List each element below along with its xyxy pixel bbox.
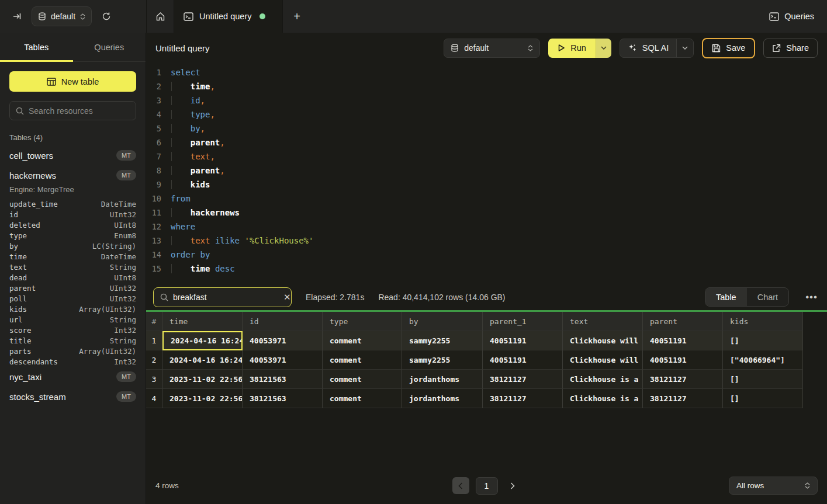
table-cell[interactable]: comment xyxy=(323,389,402,408)
results-header-row: #timeidtypebyparent_1textparentkids xyxy=(146,312,803,331)
sidebar-table-hackernews[interactable]: hackernewsMT xyxy=(0,165,146,185)
table-cell[interactable]: 38121127 xyxy=(483,370,563,389)
table-cell[interactable]: Clickhouse will … xyxy=(563,350,643,370)
sql-ai-button[interactable]: SQL AI xyxy=(620,43,676,53)
table-cell[interactable]: comment xyxy=(323,331,402,350)
view-tab-table[interactable]: Table xyxy=(705,288,747,306)
table-cell[interactable]: [] xyxy=(723,331,803,350)
table-column-row: typeEnum8 xyxy=(0,230,146,241)
table-row[interactable]: 32023-11-02 22:56…38121563commentjordant… xyxy=(146,370,803,389)
sidebar-table-nyc_taxi[interactable]: nyc_taxiMT xyxy=(0,367,146,387)
resource-search[interactable] xyxy=(9,101,136,120)
engine-badge: MT xyxy=(116,371,136,382)
table-cell[interactable]: ["40066964"] xyxy=(723,350,803,370)
table-cell[interactable]: [] xyxy=(723,389,803,408)
sidebar-table-cell_towers[interactable]: cell_towersMT xyxy=(0,145,146,165)
results-search-input[interactable] xyxy=(173,293,279,302)
home-button[interactable] xyxy=(147,0,174,33)
prev-page-button[interactable] xyxy=(452,477,469,494)
line-number: 8 xyxy=(146,166,161,175)
results-table: #timeidtypebyparent_1textparentkids12024… xyxy=(146,312,803,408)
more-options-icon[interactable]: ••• xyxy=(803,291,820,303)
run-button[interactable]: Run xyxy=(548,39,596,58)
table-cell[interactable]: 40053971 xyxy=(243,350,323,370)
table-cell[interactable]: 2023-11-02 22:56… xyxy=(162,389,243,408)
line-number: 10 xyxy=(146,194,161,203)
collapse-sidebar-icon[interactable] xyxy=(8,8,26,25)
queries-icon xyxy=(769,12,779,21)
sidebar-tab-queries[interactable]: Queries xyxy=(73,33,146,61)
table-cell[interactable]: 38121563 xyxy=(243,389,323,408)
table-cell[interactable]: [] xyxy=(723,370,803,389)
sidebar-tab-tables[interactable]: Tables xyxy=(0,33,73,61)
new-tab-button[interactable]: + xyxy=(283,0,311,33)
table-column-row: deletedUInt8 xyxy=(0,220,146,230)
results-search[interactable]: ✕ xyxy=(153,287,292,307)
clear-search-icon[interactable]: ✕ xyxy=(283,292,291,303)
table-cell[interactable]: sammy2255 xyxy=(402,350,483,370)
table-cell[interactable]: Clickhouse will … xyxy=(563,331,643,350)
table-cell[interactable]: Clickhouse is a … xyxy=(563,389,643,408)
table-cell[interactable]: comment xyxy=(323,350,402,370)
run-options-caret[interactable] xyxy=(596,39,611,58)
table-row[interactable]: 22024-04-16 16:24…40053971commentsammy22… xyxy=(146,350,803,370)
table-cell[interactable]: 40051191 xyxy=(643,350,723,370)
current-page[interactable]: 1 xyxy=(476,477,498,495)
refresh-icon[interactable] xyxy=(98,8,115,25)
table-cell[interactable]: 38121563 xyxy=(243,370,323,389)
table-cell[interactable]: 38121127 xyxy=(483,389,563,408)
table-cell[interactable]: jordanthoms xyxy=(402,370,483,389)
query-database-selector[interactable]: default xyxy=(444,39,540,58)
column-header-time[interactable]: time xyxy=(162,312,243,331)
table-cell[interactable]: 2024-04-16 16:24… xyxy=(162,350,243,370)
table-cell[interactable]: comment xyxy=(323,370,402,389)
chevron-updown-icon xyxy=(528,45,533,51)
column-header-id[interactable]: id xyxy=(243,312,323,331)
column-header-parent_1[interactable]: parent_1 xyxy=(483,312,563,331)
terminal-icon xyxy=(184,12,193,21)
queries-link[interactable]: Queries xyxy=(769,12,814,21)
column-header-num[interactable]: # xyxy=(146,312,162,331)
sql-ai-caret[interactable] xyxy=(676,39,693,57)
table-cell[interactable]: 40051191 xyxy=(483,350,563,370)
table-cell[interactable]: 2023-11-02 22:56… xyxy=(162,370,243,389)
view-toggle: TableChart xyxy=(705,287,789,307)
database-icon xyxy=(451,44,459,53)
sql-ai-button-group: SQL AI xyxy=(620,39,694,58)
column-header-parent[interactable]: parent xyxy=(643,312,723,331)
sql-editor[interactable]: 1select2 time,3 id,4 type,5 by,6 parent,… xyxy=(146,65,827,284)
resource-search-input[interactable] xyxy=(29,106,130,116)
table-cell[interactable]: jordanthoms xyxy=(402,389,483,408)
database-icon xyxy=(38,12,46,21)
read-stat: Read: 40,414,102 rows (14.06 GB) xyxy=(378,293,505,302)
page-size-selector[interactable]: All rows xyxy=(729,477,818,495)
column-header-by[interactable]: by xyxy=(402,312,483,331)
save-button[interactable]: Save xyxy=(702,38,755,58)
table-cell[interactable]: 38121127 xyxy=(643,370,723,389)
share-button[interactable]: Share xyxy=(763,39,818,58)
next-page-button[interactable] xyxy=(504,477,521,494)
table-row[interactable]: 42023-11-02 22:56…38121563commentjordant… xyxy=(146,389,803,408)
row-number: 1 xyxy=(146,331,162,350)
tab-untitled-query[interactable]: Untitled query xyxy=(174,0,283,33)
query-title: Untitled query xyxy=(155,43,210,53)
table-column-row: descendantsInt32 xyxy=(0,356,146,367)
database-selector[interactable]: default xyxy=(32,6,92,26)
line-code: id, xyxy=(161,96,205,105)
view-tab-chart[interactable]: Chart xyxy=(747,288,788,306)
table-cell[interactable]: sammy2255 xyxy=(402,331,483,350)
column-type: UInt32 xyxy=(110,294,136,303)
table-column-row: pollUInt32 xyxy=(0,293,146,304)
table-cell[interactable]: 38121127 xyxy=(643,389,723,408)
sidebar-table-stocks_stream[interactable]: stocks_streamMT xyxy=(0,387,146,406)
table-cell[interactable]: 2024-04-16 16:24… xyxy=(162,331,243,350)
new-table-button[interactable]: New table xyxy=(9,71,136,92)
column-header-type[interactable]: type xyxy=(323,312,402,331)
column-header-kids[interactable]: kids xyxy=(723,312,803,331)
table-row[interactable]: 12024-04-16 16:24…40053971commentsammy22… xyxy=(146,331,803,350)
table-cell[interactable]: 40053971 xyxy=(243,331,323,350)
table-cell[interactable]: 40051191 xyxy=(483,331,563,350)
table-cell[interactable]: Clickhouse is a … xyxy=(563,370,643,389)
table-cell[interactable]: 40051191 xyxy=(643,331,723,350)
column-header-text[interactable]: text xyxy=(563,312,643,331)
